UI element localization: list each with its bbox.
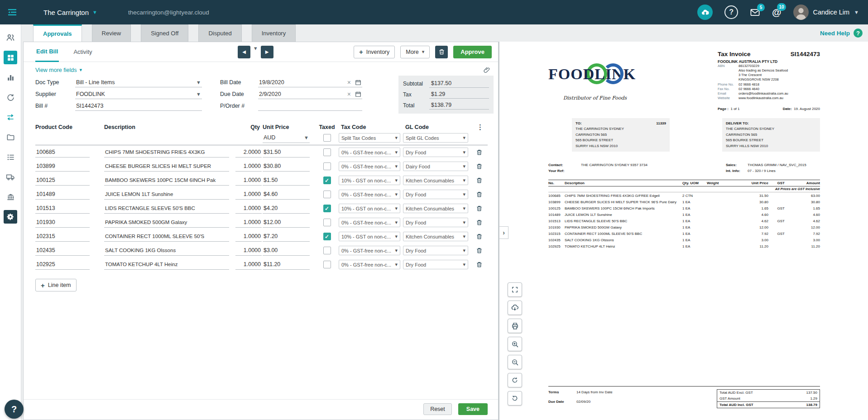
zoom-in-button[interactable] bbox=[508, 337, 522, 351]
description-field[interactable]: LIDS RECTANGLE SLEEVE 50'S BBC bbox=[104, 204, 229, 214]
tax-code-select[interactable]: 0% - GST-free non-c... ▾ bbox=[339, 218, 400, 227]
previous-bill-button[interactable]: ◀ bbox=[238, 46, 250, 58]
rotate-clockwise-button[interactable] bbox=[508, 373, 522, 387]
product-code-field[interactable]: 102315 bbox=[35, 232, 90, 242]
rotate-counterclockwise-button[interactable] bbox=[508, 391, 522, 406]
help-icon[interactable]: ? bbox=[724, 5, 738, 19]
delete-row-icon[interactable] bbox=[471, 149, 485, 156]
bill-number-field[interactable]: SI1442473 bbox=[75, 101, 202, 111]
delete-row-icon[interactable] bbox=[471, 247, 485, 254]
unit-price-field[interactable]: $4.60 bbox=[263, 190, 310, 200]
approve-button[interactable]: Approve bbox=[453, 46, 492, 58]
delete-row-icon[interactable] bbox=[471, 205, 485, 212]
gl-code-select[interactable]: Dry Food ▾ bbox=[403, 260, 468, 269]
qty-field[interactable]: 1.0000 bbox=[235, 190, 262, 200]
attachment-icon[interactable] bbox=[483, 66, 491, 74]
view-more-fields-link[interactable]: View more fields ▾ bbox=[35, 67, 82, 73]
taxed-checkbox[interactable] bbox=[323, 191, 331, 198]
qty-field[interactable]: 1.0000 bbox=[235, 162, 262, 172]
taxed-checkbox[interactable] bbox=[323, 219, 331, 226]
save-button[interactable]: Save bbox=[458, 403, 488, 415]
sidebar-item-bank[interactable] bbox=[4, 190, 17, 204]
qty-field[interactable]: 1.0000 bbox=[235, 246, 262, 256]
bill-nav-dropdown-icon[interactable]: ▾ bbox=[254, 45, 257, 52]
tax-code-select[interactable]: 10% - GST on non-c... ▾ bbox=[339, 232, 400, 241]
due-date-field[interactable]: 2/9/2020 × bbox=[258, 89, 362, 99]
unit-price-field[interactable]: $12.00 bbox=[263, 218, 310, 228]
tab-review[interactable]: Review bbox=[92, 24, 131, 42]
tax-code-select[interactable]: 0% - GST-free non-c... ▾ bbox=[339, 162, 400, 171]
description-field[interactable]: SALT COOKING 1KG Olssons bbox=[104, 246, 229, 256]
sidebar-item-contacts[interactable] bbox=[4, 31, 17, 44]
taxed-checkbox[interactable] bbox=[323, 162, 331, 170]
unit-price-field[interactable]: $31.50 bbox=[263, 148, 310, 158]
help-fab-button[interactable]: ? bbox=[5, 400, 24, 419]
delete-row-icon[interactable] bbox=[471, 219, 485, 226]
unit-price-field[interactable]: $1.50 bbox=[263, 176, 310, 186]
taxed-checkbox[interactable] bbox=[323, 177, 331, 184]
bill-date-field[interactable]: 19/8/2020 × bbox=[258, 77, 362, 87]
gl-code-select[interactable]: Kitchen Consumables ▾ bbox=[403, 176, 468, 185]
sidebar-item-settings[interactable] bbox=[4, 210, 17, 224]
tax-code-select[interactable]: 0% - GST-free non-c... ▾ bbox=[339, 148, 400, 157]
product-code-field[interactable]: 101930 bbox=[35, 218, 90, 228]
qty-field[interactable]: 1.0000 bbox=[235, 204, 262, 214]
tax-code-select[interactable]: 0% - GST-free non-c... ▾ bbox=[339, 260, 400, 269]
gl-code-select[interactable]: Dry Food ▾ bbox=[403, 148, 468, 157]
upload-cloud-button[interactable] bbox=[697, 5, 713, 20]
taxed-checkbox[interactable] bbox=[323, 148, 331, 156]
taxed-checkbox[interactable] bbox=[323, 261, 331, 268]
delete-bill-button[interactable] bbox=[435, 46, 448, 58]
expand-panel-button[interactable]: › bbox=[499, 226, 508, 239]
add-inventory-button[interactable]: + Inventory bbox=[354, 46, 395, 58]
user-menu[interactable]: Candice Lim ▼ bbox=[793, 5, 859, 20]
description-field[interactable]: JUICE LEMON 1LT Sunshine bbox=[104, 190, 229, 200]
subtab-edit-bill[interactable]: Edit Bill bbox=[35, 42, 59, 62]
taxed-all-checkbox[interactable] bbox=[323, 134, 331, 142]
tax-code-select[interactable]: 10% - GST on non-c... ▾ bbox=[339, 176, 400, 185]
taxed-checkbox[interactable] bbox=[323, 247, 331, 254]
doc-type-select[interactable]: Bill - Line Items ▼ bbox=[75, 77, 202, 87]
gl-code-select[interactable]: Kitchen Consumables ▾ bbox=[403, 232, 468, 241]
description-field[interactable]: PAPRIKA SMOKED 500GM Galaxy bbox=[104, 218, 229, 228]
download-button[interactable] bbox=[508, 301, 522, 315]
tab-approvals[interactable]: Approvals bbox=[33, 24, 82, 42]
mentions-button[interactable]: @ 10 bbox=[772, 7, 781, 18]
product-code-field[interactable]: 102435 bbox=[35, 246, 90, 256]
calendar-icon[interactable] bbox=[355, 79, 361, 86]
calendar-icon[interactable] bbox=[355, 91, 361, 97]
product-code-field[interactable]: 100125 bbox=[35, 176, 90, 186]
delete-row-icon[interactable] bbox=[471, 261, 485, 268]
sidebar-item-bills[interactable] bbox=[4, 110, 17, 124]
taxed-checkbox[interactable] bbox=[323, 205, 331, 212]
clear-icon[interactable]: × bbox=[347, 79, 351, 86]
delete-row-icon[interactable] bbox=[471, 191, 485, 198]
more-button[interactable]: More ▾ bbox=[400, 46, 430, 58]
company-selector[interactable]: The Carrington ▼ bbox=[43, 9, 97, 16]
qty-field[interactable]: 2.0000 bbox=[235, 148, 262, 158]
description-field[interactable]: CHIPS 7MM SHOESTRING FRIES 4X3KG bbox=[104, 148, 229, 158]
next-bill-button[interactable]: ▶ bbox=[261, 46, 273, 58]
product-code-field[interactable]: 101513 bbox=[35, 204, 90, 214]
description-field[interactable]: BAMBOO SKEWERS 100PC 15CM 6INCH Pak bbox=[104, 176, 229, 186]
fullscreen-button[interactable] bbox=[508, 282, 522, 297]
delete-row-icon[interactable] bbox=[471, 163, 485, 170]
zoom-out-button[interactable] bbox=[508, 355, 522, 369]
mail-button[interactable]: 5 bbox=[750, 7, 760, 18]
tab-disputed[interactable]: Disputed bbox=[198, 24, 241, 42]
unit-price-field[interactable]: $4.20 bbox=[263, 204, 310, 214]
supplier-select[interactable]: FOODLINK ▼ bbox=[75, 89, 202, 99]
subtab-activity[interactable]: Activity bbox=[72, 43, 93, 61]
delete-row-icon[interactable] bbox=[471, 177, 485, 184]
clear-icon[interactable]: × bbox=[347, 91, 351, 98]
product-code-field[interactable]: 101489 bbox=[35, 190, 90, 200]
product-code-field[interactable]: 100685 bbox=[35, 148, 90, 158]
split-gl-codes-select[interactable]: Split GL Codes ▾ bbox=[403, 133, 468, 143]
description-field[interactable]: CONTAINER RECT 1000ML SLEEVE 50'S bbox=[104, 232, 229, 242]
tab-signed-off[interactable]: Signed Off bbox=[141, 24, 188, 42]
sidebar-item-lists[interactable] bbox=[4, 150, 17, 164]
sidebar-toggle-icon[interactable] bbox=[6, 6, 18, 18]
taxed-checkbox[interactable] bbox=[323, 233, 331, 240]
gl-code-select[interactable]: Dry Food ▾ bbox=[403, 190, 468, 199]
currency-select[interactable]: AUD ▼ bbox=[263, 133, 310, 143]
